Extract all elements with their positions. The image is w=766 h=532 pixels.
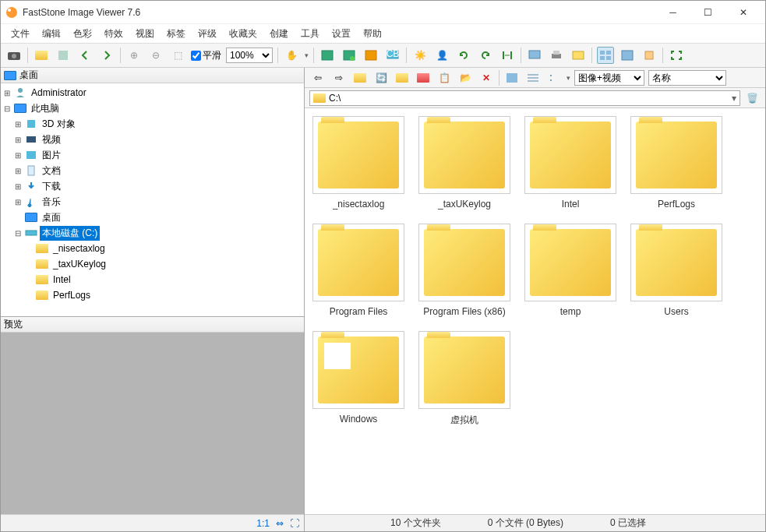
thumbnail-frame xyxy=(418,224,510,301)
expander-icon[interactable]: ⊞ xyxy=(13,167,23,175)
acquire-icon[interactable] xyxy=(5,47,23,64)
menu-file[interactable]: 文件 xyxy=(5,26,35,42)
print-icon[interactable] xyxy=(548,47,565,64)
nav-move-icon[interactable]: 📂 xyxy=(457,69,474,86)
tree-node[interactable]: _nisectaxlog xyxy=(1,241,304,256)
wallpaper-icon[interactable] xyxy=(526,47,543,64)
hand-icon[interactable]: ✋ xyxy=(283,47,300,64)
expander-icon[interactable]: ⊟ xyxy=(2,104,12,113)
tree-node[interactable]: ⊞Administrator xyxy=(1,85,304,100)
zoom-select[interactable]: 100% xyxy=(226,48,273,63)
close-button[interactable]: ✕ xyxy=(725,2,761,23)
view-single-icon[interactable] xyxy=(641,47,658,64)
thumbnail-item[interactable]: Windows xyxy=(312,331,404,427)
nav-forward-icon[interactable]: ⇨ xyxy=(330,69,348,86)
thumbnail-item[interactable]: Intel xyxy=(524,116,616,210)
maximize-button[interactable]: ☐ xyxy=(690,2,725,23)
thumbnail-item[interactable]: _nisectaxlog xyxy=(312,116,404,210)
builder-icon[interactable]: CB xyxy=(384,47,401,64)
tree-node[interactable]: ⊞文档 xyxy=(1,163,304,178)
tree-node[interactable]: PerfLogs xyxy=(1,287,304,303)
thumbnail-item[interactable]: Users xyxy=(630,224,722,317)
view-mode2-icon[interactable] xyxy=(524,69,542,86)
tree-node[interactable]: ⊞3D 对象 xyxy=(1,116,304,132)
email-icon[interactable] xyxy=(570,47,587,64)
filter-select[interactable]: 图像+视频 xyxy=(574,70,644,86)
menu-favorites[interactable]: 收藏夹 xyxy=(224,26,263,42)
menu-tools[interactable]: 工具 xyxy=(295,26,325,42)
slideshow-icon[interactable] xyxy=(319,47,336,64)
menu-rating[interactable]: 评级 xyxy=(192,26,222,42)
lock-icon[interactable]: ⇔ xyxy=(276,518,284,529)
redeye-icon[interactable]: 👤 xyxy=(433,47,450,64)
thumbnail-item[interactable]: temp xyxy=(524,224,616,317)
thumbnail-item[interactable]: PerfLogs xyxy=(630,116,722,210)
zoom-out-icon[interactable]: ⊖ xyxy=(147,47,164,64)
view-detail-icon[interactable] xyxy=(619,47,636,64)
fit-icon[interactable]: ⬚ xyxy=(169,47,186,64)
open-icon[interactable] xyxy=(33,47,50,64)
folder-tree[interactable]: ⊞Administrator⊟此电脑⊞3D 对象⊞视频⊞图片⊞文档⊞下载⊞音乐桌… xyxy=(1,83,304,317)
tree-node[interactable]: ⊟此电脑 xyxy=(1,100,304,116)
expander-icon[interactable]: ⊞ xyxy=(13,151,23,160)
expander-icon[interactable]: ⊞ xyxy=(13,182,23,191)
expander-icon[interactable]: ⊟ xyxy=(13,229,23,238)
thumbnail-item[interactable]: Program Files xyxy=(312,224,404,317)
menu-color[interactable]: 色彩 xyxy=(68,26,97,42)
sort-select[interactable]: 名称 xyxy=(648,70,726,86)
thumbnail-area[interactable]: _nisectaxlog_taxUKeylogIntelPerfLogsProg… xyxy=(305,108,765,514)
rotate-left-icon[interactable] xyxy=(455,47,472,64)
tree-node-label: 此电脑 xyxy=(29,101,62,116)
menu-edit[interactable]: 编辑 xyxy=(37,26,66,42)
tree-node[interactable]: ⊞视频 xyxy=(1,132,304,147)
menu-view[interactable]: 视图 xyxy=(130,26,160,42)
trash-icon[interactable]: 🗑️ xyxy=(743,90,761,107)
tree-node[interactable]: ⊞图片 xyxy=(1,147,304,163)
view-mode3-icon[interactable] xyxy=(545,69,563,86)
nav-delete-icon[interactable]: ✕ xyxy=(478,69,495,86)
tag-icon[interactable] xyxy=(362,47,379,64)
nav-refresh-icon[interactable]: 🔄 xyxy=(372,69,390,86)
nav-copy-icon[interactable]: 📋 xyxy=(436,69,453,86)
menu-settings[interactable]: 设置 xyxy=(327,26,356,42)
tree-node[interactable]: _taxUKeylog xyxy=(1,256,304,272)
tree-node[interactable]: Intel xyxy=(1,272,304,287)
menu-tags[interactable]: 标签 xyxy=(161,26,191,42)
expander-icon[interactable]: ⊞ xyxy=(13,198,23,206)
tree-node[interactable]: 桌面 xyxy=(1,210,304,225)
nav-fav-icon[interactable] xyxy=(415,69,432,86)
menu-create[interactable]: 创建 xyxy=(264,26,294,42)
expander-icon[interactable]: ⊞ xyxy=(13,136,23,144)
prev-icon[interactable] xyxy=(76,47,94,64)
nav-up-icon[interactable] xyxy=(351,69,369,86)
chevron-down-icon[interactable]: ▾ xyxy=(732,93,736,104)
menu-help[interactable]: 帮助 xyxy=(358,26,387,42)
compare-icon[interactable] xyxy=(341,47,358,64)
status-files: 0 个文件 (0 Bytes) xyxy=(488,516,563,530)
menu-effects[interactable]: 特效 xyxy=(99,26,129,42)
expander-icon[interactable]: ⊞ xyxy=(13,120,23,129)
fullscreen-icon[interactable] xyxy=(668,47,685,64)
zoom-in-icon[interactable]: ⊕ xyxy=(125,47,143,64)
thumbnail-item[interactable]: 虚拟机 xyxy=(418,331,510,427)
view-thumb-icon[interactable] xyxy=(597,47,614,64)
tree-node[interactable]: ⊞下载 xyxy=(1,178,304,194)
next-icon[interactable] xyxy=(98,47,115,64)
view-mode1-icon[interactable] xyxy=(503,69,521,86)
tree-node[interactable]: ⊟本地磁盘 (C:) xyxy=(1,225,304,241)
rotate-right-icon[interactable] xyxy=(477,47,494,64)
effects-icon[interactable]: ☀️ xyxy=(411,47,429,64)
tree-node[interactable]: ⊞音乐 xyxy=(1,194,304,210)
flip-icon[interactable] xyxy=(499,47,516,64)
nav-back-icon[interactable]: ⇦ xyxy=(309,69,327,86)
thumbnail-item[interactable]: Program Files (x86) xyxy=(418,224,510,317)
minimize-button[interactable]: ─ xyxy=(655,2,690,23)
save-icon[interactable] xyxy=(55,47,72,64)
folder-icon xyxy=(424,336,505,403)
thumbnail-item[interactable]: _taxUKeylog xyxy=(418,116,510,210)
expander-icon[interactable]: ⊞ xyxy=(2,89,12,97)
smooth-checkbox[interactable]: 平滑 xyxy=(191,49,221,62)
path-combo[interactable]: C:\ ▾ xyxy=(309,90,740,106)
expand-icon[interactable]: ⛶ xyxy=(290,518,299,529)
nav-home-icon[interactable] xyxy=(394,69,411,86)
